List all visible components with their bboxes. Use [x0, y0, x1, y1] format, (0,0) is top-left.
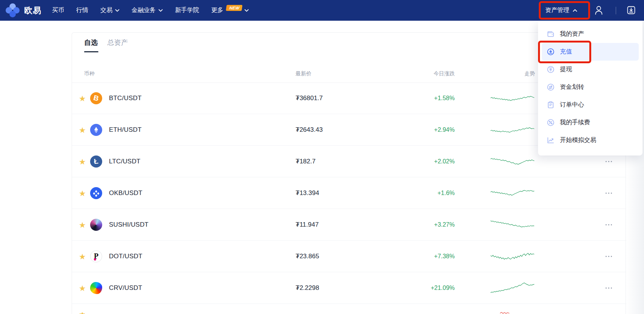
tab-favorites[interactable]: 自选	[84, 38, 98, 52]
favorite-star-icon[interactable]: ★	[79, 284, 86, 292]
menu-item-label: 提现	[560, 66, 572, 73]
table-row-crv[interactable]: ★ CRV/USDT ₮2.2298 +21.09%	[72, 272, 626, 304]
nav-item-buy-crypto[interactable]: 买币	[52, 6, 64, 14]
menu-item-label: 开始模拟交易	[560, 136, 596, 144]
favorite-star-icon[interactable]: ★	[79, 189, 86, 197]
okx-logo-icon	[5, 3, 20, 18]
assets-management-menu-button[interactable]: 资产管理	[540, 0, 583, 21]
menu-item-demo-trading[interactable]: 开始模拟交易	[542, 131, 639, 149]
chevron-down-icon	[115, 9, 120, 12]
header-today-change: 今日涨跌	[411, 70, 455, 77]
nav-divider	[616, 7, 616, 14]
last-price: ₮11.947	[296, 221, 319, 229]
header-coin: 币种	[84, 70, 95, 77]
nav-item-more[interactable]: 更多 NEW	[211, 6, 249, 14]
deposit-icon	[547, 48, 555, 56]
pair-name: CRV/USDT	[109, 284, 142, 292]
pair-name: BTC/USDT	[109, 95, 142, 102]
last-price: ₮2.2298	[296, 284, 319, 292]
more-options-button[interactable]	[605, 159, 613, 164]
wallet-icon	[547, 30, 555, 38]
eth-coin-icon	[90, 124, 102, 136]
last-price: ₮182.7	[296, 158, 316, 165]
demo-trading-icon	[547, 136, 555, 145]
account-icon[interactable]	[594, 5, 603, 15]
menu-item-label: 订单中心	[560, 101, 584, 109]
tab-bar: 自选 总资产	[84, 38, 128, 52]
download-app-icon[interactable]	[627, 6, 636, 15]
favorite-star-icon[interactable]: ★	[79, 157, 86, 165]
sushi-coin-icon	[90, 219, 102, 231]
table-row-dot[interactable]: ★ P DOT/USDT ₮23.865 +7.38%	[72, 241, 626, 272]
table-row-sushi[interactable]: ★ SUSHI/USDT ₮11.947 +3.27%	[72, 209, 626, 241]
today-change: +7.38%	[404, 253, 455, 260]
today-change: +3.27%	[404, 221, 455, 228]
last-price: ₮23.865	[296, 253, 319, 260]
table-row-okb[interactable]: ★ OKB/USDT ₮13.394 +1.6%	[72, 177, 626, 209]
nav-item-financial[interactable]: 金融业务	[132, 6, 163, 14]
trend-sparkline	[490, 90, 535, 107]
orders-icon	[547, 101, 555, 109]
pair-name: DOT/USDT	[109, 253, 142, 260]
transfer-icon	[547, 83, 555, 91]
more-options-button[interactable]	[605, 253, 613, 259]
trend-sparkline	[490, 121, 535, 139]
okx-logo-text: 欧易	[24, 5, 41, 16]
menu-item-order-center[interactable]: 订单中心	[542, 96, 639, 114]
trend-sparkline	[490, 216, 535, 233]
pair-name: SUSHI/USDT	[109, 221, 149, 229]
header-trend: 走势	[490, 70, 535, 77]
assets-dropdown-menu: 我的资产 充值 提现	[538, 21, 642, 155]
chevron-down-icon	[244, 9, 249, 12]
fees-icon	[547, 119, 555, 127]
today-change: +1.58%	[404, 95, 455, 102]
favorite-star-icon[interactable]: ★	[79, 94, 86, 102]
nav-item-academy[interactable]: 新手学院	[175, 6, 199, 14]
menu-item-my-fees[interactable]: 我的手续费	[542, 114, 639, 131]
tab-total-assets[interactable]: 总资产	[107, 38, 128, 52]
pair-name: LTC/USDT	[109, 158, 140, 165]
pair-name: ETH/USDT	[109, 126, 142, 134]
btc-coin-icon: B	[90, 92, 102, 104]
trend-sparkline	[490, 279, 535, 297]
pair-name: OKB/USDT	[109, 189, 143, 197]
menu-item-funds-transfer[interactable]: 资金划转	[542, 78, 639, 96]
last-price: ₮2643.43	[296, 126, 323, 134]
nav-item-trade[interactable]: 交易	[100, 6, 120, 14]
menu-item-withdraw[interactable]: 提现	[542, 61, 639, 78]
chevron-down-icon	[158, 9, 163, 12]
today-change: +2.02%	[404, 158, 455, 165]
last-price: ₮13.394	[296, 189, 319, 197]
okb-coin-icon	[90, 187, 102, 199]
favorite-star-icon[interactable]: ★	[79, 126, 86, 134]
today-change: +1.6%	[404, 190, 455, 197]
dot-coin-icon: P	[90, 250, 102, 262]
crv-coin-icon	[90, 282, 102, 294]
trend-sparkline	[490, 153, 535, 170]
menu-item-deposit[interactable]: 充值	[542, 43, 639, 61]
favorite-star-icon[interactable]: ★	[79, 252, 86, 260]
more-options-button[interactable]	[605, 285, 613, 291]
top-navbar: 欧易 买币 行情 交易 金融业务	[0, 0, 644, 21]
trend-sparkline	[490, 248, 535, 265]
withdraw-icon	[547, 66, 555, 74]
last-price: ₮36801.7	[296, 95, 323, 102]
trend-sparkline	[490, 184, 535, 202]
okx-logo[interactable]: 欧易	[5, 3, 41, 18]
menu-item-label: 我的资产	[560, 30, 584, 38]
page: 欧易 买币 行情 交易 金融业务	[0, 0, 644, 314]
header-last-price: 最新价	[296, 70, 311, 77]
favorite-star-icon[interactable]: ★	[79, 221, 86, 229]
menu-item-label: 资金划转	[560, 83, 584, 91]
more-options-button[interactable]	[605, 222, 613, 227]
partial-next-row-star: ★	[79, 312, 85, 314]
nav-item-markets[interactable]: 行情	[76, 6, 88, 14]
more-options-button[interactable]	[605, 190, 613, 196]
chevron-up-icon	[573, 9, 577, 12]
menu-item-my-assets[interactable]: 我的资产	[542, 25, 639, 43]
menu-item-label: 充值	[560, 48, 572, 56]
menu-item-label: 我的手续费	[560, 119, 590, 127]
partial-next-row-sparkline	[500, 312, 510, 314]
today-change: +21.09%	[404, 285, 455, 291]
today-change: +2.94%	[404, 127, 455, 133]
